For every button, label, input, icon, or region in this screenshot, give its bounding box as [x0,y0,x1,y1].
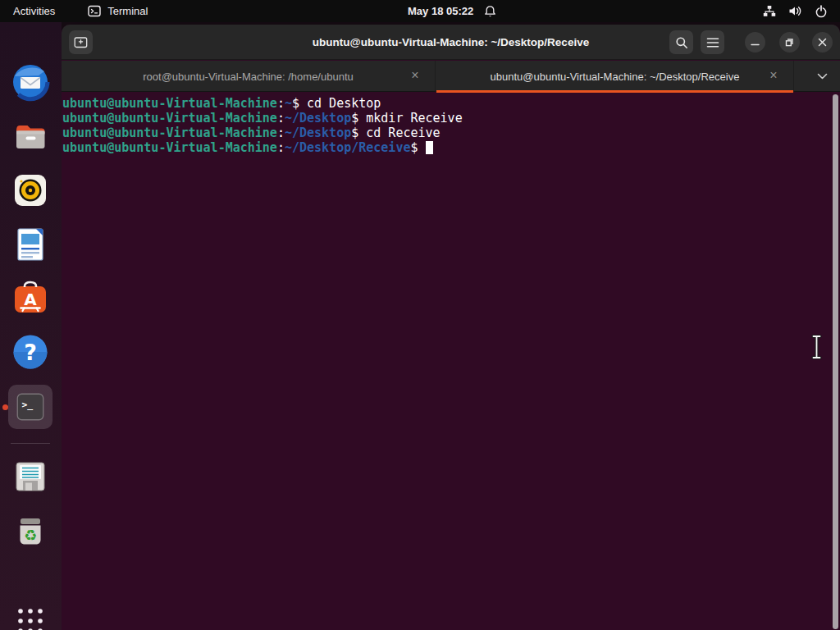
headerbar[interactable]: ubuntu@ubuntu-Virtual-Machine: ~/Desktop… [62,25,840,60]
tab-label: root@ubuntu-Virtual-Machine: /home/ubunt… [143,71,354,83]
terminal-window: ubuntu@ubuntu-Virtual-Machine: ~/Desktop… [62,25,840,630]
mouse-cursor-ibeam [810,334,823,363]
new-tab-button[interactable] [69,30,93,54]
hamburger-menu-icon [706,37,719,48]
libreoffice-writer-icon [11,225,50,264]
tab-bar: root@ubuntu-Virtual-Machine: /home/ubunt… [62,61,840,92]
network-icon [763,5,776,17]
dock-separator [11,443,50,444]
ubuntu-software-icon: A [11,278,50,317]
thunderbird-icon [11,62,50,102]
svg-text:?: ? [24,340,37,365]
svg-text:♻: ♻ [24,527,37,544]
trash-icon: ♻ [11,511,50,550]
clock-label: May 18 05:22 [408,5,473,17]
help-icon: ? [11,332,50,372]
app-menu-button[interactable]: Terminal [88,5,148,17]
terminal-line: ubuntu@ubuntu-Virtual-Machine:~/Desktop/… [62,140,840,155]
tab-label: ubuntu@ubuntu-Virtual-Machine: ~/Desktop… [491,71,740,83]
chevron-down-icon [816,71,829,81]
svg-text:A: A [24,290,37,309]
tab-close-icon[interactable]: × [407,67,423,84]
tabs-menu-button[interactable] [816,61,829,92]
terminal-line: ubuntu@ubuntu-Virtual-Machine:~/Desktop$… [62,126,840,140]
dock-item-terminal[interactable]: >_ [8,385,52,429]
minimize-button[interactable] [745,32,765,52]
notification-bell-icon [484,5,496,18]
dock-item-thunderbird[interactable] [11,62,50,102]
dock-item-rhythmbox[interactable] [11,171,50,210]
search-button[interactable] [669,30,693,54]
dock: A ? >_ ♻ [0,22,62,630]
power-icon [815,5,828,18]
new-tab-icon [74,35,88,49]
top-bar: Activities Terminal May 18 05:22 [0,0,840,22]
minimize-icon [750,37,760,48]
show-applications-button[interactable] [14,605,47,630]
text-cursor [426,141,433,154]
terminal-icon: >_ [13,390,48,424]
system-status-menu[interactable] [763,0,840,22]
files-folder-icon [11,116,50,156]
dock-item-trash[interactable]: ♻ [11,511,50,550]
dock-item-files[interactable] [11,116,50,156]
dock-item-ubuntu-software[interactable]: A [11,278,50,317]
svg-text:>_: >_ [22,399,34,410]
dock-item-disk[interactable] [11,457,50,496]
terminal-line: ubuntu@ubuntu-Virtual-Machine:~/Desktop$… [62,111,840,126]
menu-button[interactable] [701,30,724,54]
tab-close-icon[interactable]: × [765,67,782,84]
activities-button[interactable]: Activities [0,0,68,22]
activities-label: Activities [13,5,55,17]
dock-item-libreoffice-writer[interactable] [11,225,50,264]
focused-app-label: Terminal [107,5,148,17]
close-button[interactable] [812,32,833,52]
scrollbar[interactable] [833,94,838,629]
terminal-line: ubuntu@ubuntu-Virtual-Machine:~$ cd Desk… [62,96,840,111]
running-indicator-dot [2,404,8,410]
search-icon [675,36,688,49]
volume-icon [788,5,802,17]
clock-button[interactable]: May 18 05:22 [408,0,496,22]
dock-item-help[interactable]: ? [11,332,50,372]
floppy-disk-icon [11,457,50,496]
tab-ubuntu-desktop-receive[interactable]: ubuntu@ubuntu-Virtual-Machine: ~/Desktop… [436,61,794,92]
terminal-output[interactable]: ubuntu@ubuntu-Virtual-Machine:~$ cd Desk… [62,93,840,630]
terminal-app-icon [88,5,101,17]
close-icon [817,37,828,48]
rhythmbox-icon [11,171,50,210]
restore-button[interactable] [779,32,800,52]
tab-root-home-ubuntu[interactable]: root@ubuntu-Virtual-Machine: /home/ubunt… [62,61,436,92]
app-grid-icon [14,605,47,630]
restore-icon [784,37,795,48]
